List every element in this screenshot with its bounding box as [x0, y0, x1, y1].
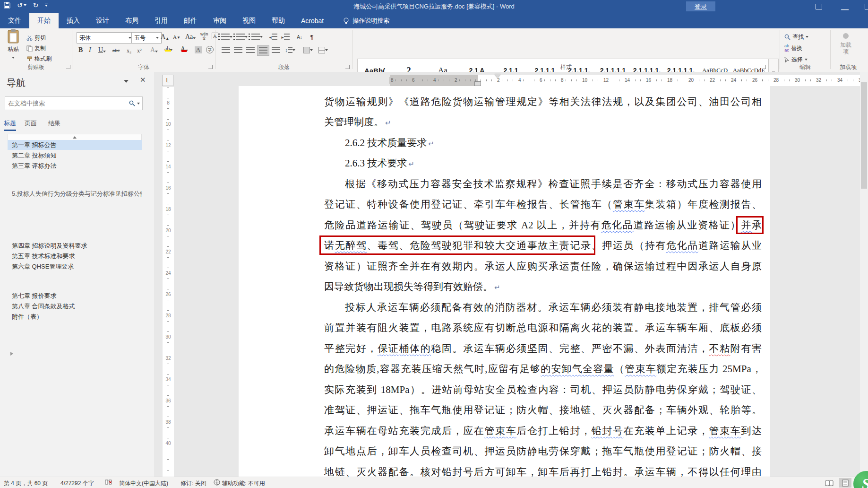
tab-设计[interactable]: 设计: [88, 13, 117, 28]
nav-item[interactable]: 第三章 评标办法: [8, 161, 142, 171]
nav-item[interactable]: 5.投标人失信行为分级分类与记分标准见招标公告...: [8, 189, 142, 199]
document-line: 根据《移动式压力容器安全技术监察规程》检查证照手续是否齐全：移动式压力容器使用: [324, 174, 762, 195]
ruler-number: 10: [581, 77, 589, 84]
superscript-icon[interactable]: x²: [137, 47, 142, 54]
shading-icon[interactable]: [302, 45, 314, 55]
nav-search-dropdown-icon[interactable]: [137, 103, 140, 106]
sign-in-button[interactable]: 登录: [686, 1, 715, 11]
decrease-indent-icon[interactable]: ◂: [267, 32, 279, 42]
select-button[interactable]: 选择: [784, 55, 808, 64]
font-dialog-launcher[interactable]: [208, 65, 213, 69]
document-line: 前置并装有阻火装置，电路系统应有切断总电源和隔离火花的装置。承运车辆车厢、底板必…: [324, 318, 762, 339]
phonetic-guide-icon[interactable]: wén文: [200, 32, 208, 41]
nav-collapsed-item-icon[interactable]: [10, 352, 13, 356]
nav-item[interactable]: 第一章 招标公告: [8, 140, 142, 150]
scrollbar-thumb[interactable]: [861, 82, 867, 189]
align-left-icon[interactable]: [220, 45, 232, 55]
read-mode-button[interactable]: [823, 478, 835, 488]
ribbon-display-options-icon[interactable]: [816, 3, 822, 10]
nav-item[interactable]: 第八章 合同条款及格式: [8, 301, 142, 311]
borders-icon[interactable]: [318, 45, 329, 55]
bold-icon[interactable]: B: [78, 46, 83, 54]
tab-审阅[interactable]: 审阅: [205, 13, 234, 28]
underline-icon[interactable]: U: [98, 46, 106, 54]
font-name-combo[interactable]: 宋体: [77, 32, 134, 44]
scroll-up-icon[interactable]: [861, 74, 865, 82]
document-page[interactable]: 执行《中华人民共和国安全生产法》《危险化学品安全管理条例》《汽车危险货物运输规则…: [239, 86, 770, 477]
distribute-icon[interactable]: [270, 45, 282, 55]
styles-dialog-launcher[interactable]: [762, 65, 766, 69]
format-painter-button[interactable]: 格式刷: [26, 54, 52, 63]
strikethrough-icon[interactable]: abc: [112, 47, 120, 53]
minimize-icon[interactable]: —: [841, 5, 849, 13]
numbering-icon[interactable]: [236, 32, 248, 42]
nav-item[interactable]: 第五章 技术标准和要求: [8, 251, 142, 261]
nav-tab-页面[interactable]: 页面: [25, 119, 37, 128]
line-spacing-icon[interactable]: ↕: [284, 45, 296, 55]
highlight-color-icon[interactable]: ab: [164, 45, 172, 52]
change-case-icon[interactable]: Aa: [185, 33, 196, 41]
tab-视图[interactable]: 视图: [234, 13, 264, 28]
italic-icon[interactable]: I: [89, 46, 91, 54]
font-color-icon[interactable]: A: [180, 45, 188, 53]
window-title: 海城公司高采供气项目CNG拉运服务.doc [兼容模式] - Word: [0, 2, 868, 11]
character-shading-icon[interactable]: A: [195, 46, 202, 53]
nav-item[interactable]: 附件（表）: [8, 312, 142, 322]
align-center-icon[interactable]: [232, 45, 244, 55]
align-right-icon[interactable]: [245, 45, 256, 55]
clipboard-dialog-launcher[interactable]: [66, 65, 70, 69]
tab-引用[interactable]: 引用: [146, 13, 176, 28]
tab-文件[interactable]: 文件: [0, 13, 29, 28]
tab-Acrobat[interactable]: Acrobat: [293, 13, 332, 28]
tell-me-search[interactable]: 操作说明搜索: [332, 13, 389, 28]
shrink-font-icon[interactable]: A▼: [173, 34, 180, 40]
left-indent-marker[interactable]: [474, 81, 481, 86]
nav-item[interactable]: 第四章 招标说明及资料要求: [8, 241, 142, 251]
tab-开始[interactable]: 开始: [29, 13, 59, 28]
maximize-icon[interactable]: [865, 3, 868, 10]
nav-scroll-up-bar[interactable]: [8, 134, 142, 140]
page-indicator[interactable]: 第 4 页，共 60 页: [4, 479, 48, 488]
nav-item[interactable]: 第七章 报价要求: [8, 291, 142, 301]
replace-button[interactable]: abac 替换: [784, 44, 802, 53]
print-layout-button[interactable]: [839, 478, 851, 488]
language-indicator[interactable]: 简体中文(中国大陆): [119, 479, 168, 488]
paragraph-dialog-launcher[interactable]: [345, 65, 350, 69]
track-changes-indicator[interactable]: 修订: 关闭: [180, 479, 206, 488]
grow-font-icon[interactable]: A▲: [161, 33, 169, 41]
nav-close-icon[interactable]: ✕: [140, 76, 146, 84]
nav-tab-标题[interactable]: 标题: [4, 119, 16, 128]
nav-chevron-down-icon[interactable]: [124, 78, 129, 87]
nav-search-icon[interactable]: [129, 100, 135, 106]
nav-item[interactable]: 第六章 QHSE管理要求: [8, 261, 142, 271]
vertical-scrollbar[interactable]: [860, 72, 868, 477]
nav-tab-结果[interactable]: 结果: [48, 119, 60, 128]
tab-插入[interactable]: 插入: [59, 13, 88, 28]
multilevel-list-icon[interactable]: [251, 32, 263, 42]
tab-selector[interactable]: L: [162, 75, 173, 86]
justify-icon[interactable]: [257, 45, 269, 56]
sort-icon[interactable]: A↓: [294, 32, 305, 42]
nav-item[interactable]: 第二章 投标须知: [8, 150, 142, 160]
proofing-icon[interactable]: [105, 479, 112, 487]
text-effects-icon[interactable]: A: [150, 46, 158, 54]
increase-indent-icon[interactable]: ▸: [280, 32, 291, 42]
font-size-combo[interactable]: 五号: [131, 32, 162, 44]
subscript-icon[interactable]: x₂: [127, 47, 131, 54]
show-marks-icon[interactable]: ¶: [306, 32, 318, 42]
enclose-characters-icon[interactable]: 字: [206, 46, 214, 53]
copy-button[interactable]: 复制: [26, 44, 46, 53]
nav-item-label: 第四章 招标说明及资料要求: [8, 242, 87, 250]
nav-item-label: 第二章 投标须知: [8, 151, 57, 160]
paste-button[interactable]: 粘贴: [3, 29, 24, 61]
tab-布局[interactable]: 布局: [117, 13, 146, 28]
bullets-icon[interactable]: [221, 32, 232, 42]
cut-button[interactable]: 剪切: [26, 33, 46, 43]
first-line-indent-marker[interactable]: [495, 74, 500, 78]
find-button[interactable]: 查找: [784, 32, 808, 42]
tab-帮助[interactable]: 帮助: [264, 13, 293, 28]
nav-search-input[interactable]: [5, 100, 129, 107]
word-count[interactable]: 4/27292 个字: [60, 479, 94, 488]
accessibility-status[interactable]: 辅助功能: 不可用: [222, 479, 265, 488]
tab-邮件[interactable]: 邮件: [176, 13, 205, 28]
